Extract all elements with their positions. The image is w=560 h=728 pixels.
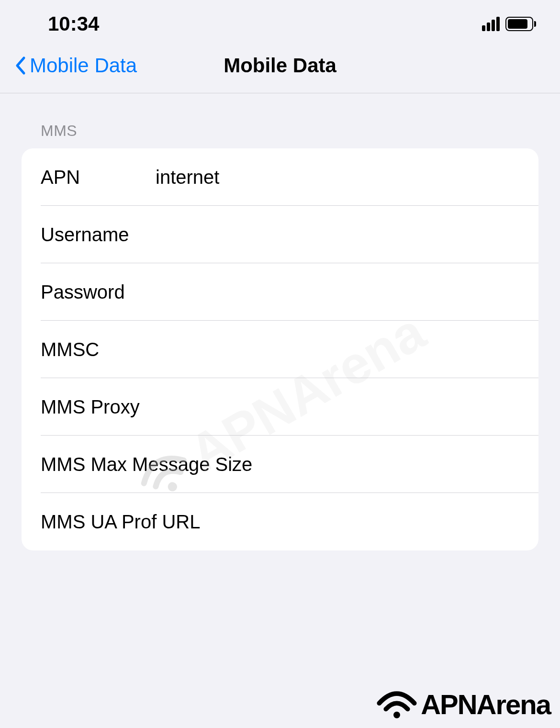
status-bar: 10:34: [0, 0, 560, 43]
mms-proxy-label: MMS Proxy: [41, 396, 277, 418]
apn-row[interactable]: APN: [22, 148, 538, 206]
content-area: MMS APN Username Password MMSC MMS Proxy: [0, 93, 560, 550]
mmsc-input[interactable]: [156, 339, 538, 360]
back-label: Mobile Data: [30, 54, 137, 77]
mmsc-label: MMSC: [41, 339, 156, 360]
username-row[interactable]: Username: [22, 206, 538, 263]
password-row[interactable]: Password: [22, 263, 538, 321]
mms-max-size-label: MMS Max Message Size: [41, 454, 277, 475]
password-label: Password: [41, 281, 156, 303]
mmsc-row[interactable]: MMSC: [22, 321, 538, 378]
section-header-mms: MMS: [22, 122, 538, 148]
username-input[interactable]: [156, 224, 538, 246]
username-label: Username: [41, 224, 156, 246]
back-button[interactable]: Mobile Data: [14, 54, 137, 77]
status-indicators: [482, 17, 536, 31]
wifi-icon: [375, 687, 418, 721]
mms-settings-group: APN Username Password MMSC MMS Proxy MMS…: [22, 148, 538, 550]
mms-ua-prof-label: MMS UA Prof URL: [41, 511, 277, 533]
svg-point-1: [393, 712, 400, 718]
chevron-left-icon: [14, 56, 26, 75]
cellular-signal-icon: [482, 17, 500, 31]
page-title: Mobile Data: [224, 54, 336, 77]
apn-label: APN: [41, 167, 156, 188]
mms-max-size-row[interactable]: MMS Max Message Size: [22, 436, 538, 493]
apn-input[interactable]: [156, 167, 538, 188]
mms-proxy-row[interactable]: MMS Proxy: [22, 378, 538, 436]
mms-max-size-input[interactable]: [277, 454, 538, 475]
mms-proxy-input[interactable]: [277, 396, 538, 418]
mms-ua-prof-row[interactable]: MMS UA Prof URL: [22, 493, 538, 550]
footer-logo: APNArena: [375, 687, 550, 721]
footer-text: APNArena: [421, 688, 550, 720]
status-time: 10:34: [48, 12, 99, 35]
mms-ua-prof-input[interactable]: [277, 511, 538, 533]
navigation-bar: Mobile Data Mobile Data: [0, 43, 560, 93]
password-input[interactable]: [156, 281, 538, 303]
battery-icon: [505, 17, 536, 31]
